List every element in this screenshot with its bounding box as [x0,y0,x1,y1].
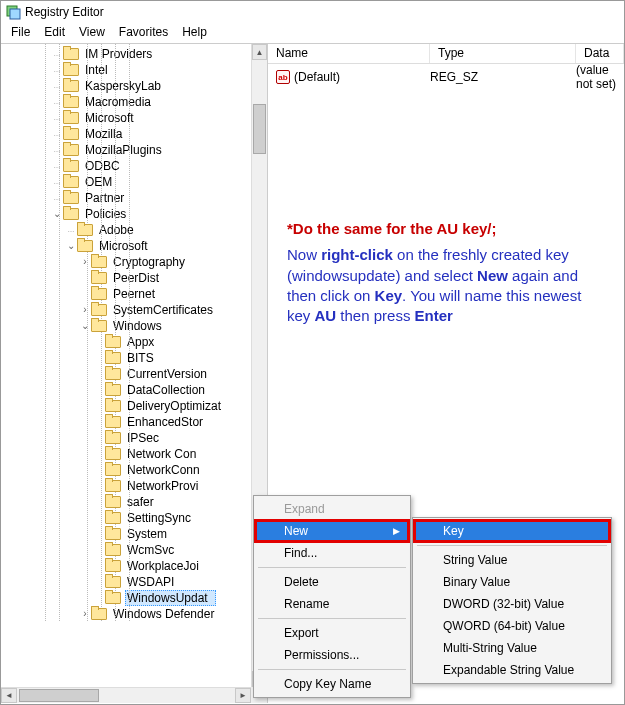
ctx-new-qword-64-bit-value[interactable]: QWORD (64-bit) Value [415,615,609,637]
tree-item-label[interactable]: IPSec [125,430,161,446]
tree-item[interactable]: ·Network Con [1,446,251,462]
tree-item[interactable]: ⌄Microsoft [1,238,251,254]
tree-item[interactable]: …Partner [1,190,251,206]
tree-item-label[interactable]: System [125,526,169,542]
tree-item[interactable]: ·WcmSvc [1,542,251,558]
tree-item-label[interactable]: WorkplaceJoi [125,558,201,574]
tree-item[interactable]: …KasperskyLab [1,78,251,94]
tree-item[interactable]: …Microsoft [1,110,251,126]
ctx-copy-key-name[interactable]: Copy Key Name [256,673,408,695]
collapse-icon[interactable]: ⌄ [51,206,63,222]
tree-item[interactable]: ·CurrentVersion [1,366,251,382]
ctx-new-dword-32-bit-value[interactable]: DWORD (32-bit) Value [415,593,609,615]
tree-item[interactable]: ·PeerDist [1,270,251,286]
col-data[interactable]: Data [576,44,624,63]
tree-item[interactable]: ·BITS [1,350,251,366]
collapse-icon[interactable]: ⌄ [79,318,91,334]
menu-view[interactable]: View [73,24,111,40]
tree-horizontal-scrollbar[interactable]: ◄ ► [1,687,251,703]
tree-item-label[interactable]: NetworkProvi [125,478,200,494]
tree-item-label[interactable]: Mozilla [83,126,124,142]
tree-item[interactable]: …Intel [1,62,251,78]
expand-icon[interactable]: › [79,302,91,318]
registry-tree[interactable]: …IM Providers…Intel…KasperskyLab…Macrome… [1,44,251,622]
ctx-permissions[interactable]: Permissions... [256,644,408,666]
menu-edit[interactable]: Edit [38,24,71,40]
tree-item[interactable]: …Adobe [1,222,251,238]
tree-item[interactable]: …MozillaPlugins [1,142,251,158]
menu-help[interactable]: Help [176,24,213,40]
ctx-new-binary-value[interactable]: Binary Value [415,571,609,593]
ctx-find[interactable]: Find... [256,542,408,564]
tree-item-label[interactable]: Policies [83,206,128,222]
tree-item-label[interactable]: NetworkConn [125,462,202,478]
tree-item[interactable]: ·safer [1,494,251,510]
tree-item[interactable]: ·Peernet [1,286,251,302]
tree-item[interactable]: ·EnhancedStor [1,414,251,430]
tree-item-label[interactable]: Microsoft [97,238,150,254]
tree-item-label[interactable]: Microsoft [83,110,136,126]
context-submenu-new[interactable]: KeyString ValueBinary ValueDWORD (32-bit… [412,517,612,684]
tree-item[interactable]: ⌄Windows [1,318,251,334]
collapse-icon[interactable]: ⌄ [65,238,77,254]
tree-item-label[interactable]: MozillaPlugins [83,142,164,158]
menu-favorites[interactable]: Favorites [113,24,174,40]
context-menu[interactable]: ExpandNew▶Find...DeleteRenameExportPermi… [253,495,411,698]
tree-item[interactable]: ›Cryptography [1,254,251,270]
tree-item[interactable]: ›SystemCertificates [1,302,251,318]
tree-item-label[interactable]: WindowsUpdat [125,590,216,606]
value-row[interactable]: ab(Default)REG_SZ(value not set) [268,68,624,86]
tree-item-label[interactable]: Partner [83,190,126,206]
tree-item-label[interactable]: DataCollection [125,382,207,398]
tree-item-label[interactable]: DeliveryOptimizat [125,398,223,414]
ctx-rename[interactable]: Rename [256,593,408,615]
ctx-new-expandable-string-value[interactable]: Expandable String Value [415,659,609,681]
tree-item-label[interactable]: Peernet [111,286,157,302]
tree-item-label[interactable]: EnhancedStor [125,414,205,430]
tree-item[interactable]: ·System [1,526,251,542]
tree-item[interactable]: ·DeliveryOptimizat [1,398,251,414]
tree-item[interactable]: ·Appx [1,334,251,350]
ctx-delete[interactable]: Delete [256,571,408,593]
tree-item[interactable]: ·WSDAPI [1,574,251,590]
tree-item[interactable]: ›Windows Defender [1,606,251,622]
tree-item-label[interactable]: SystemCertificates [111,302,215,318]
tree-item[interactable]: ·DataCollection [1,382,251,398]
ctx-export[interactable]: Export [256,622,408,644]
tree-item-label[interactable]: CurrentVersion [125,366,209,382]
tree-item[interactable]: ·WindowsUpdat [1,590,251,606]
menu-file[interactable]: File [5,24,36,40]
values-list[interactable]: ab(Default)REG_SZ(value not set) [268,64,624,90]
tree-item[interactable]: …Mozilla [1,126,251,142]
tree-item[interactable]: ·NetworkProvi [1,478,251,494]
ctx-new-multi-string-value[interactable]: Multi-String Value [415,637,609,659]
tree-item-label[interactable]: WSDAPI [125,574,176,590]
tree-item-label[interactable]: Windows [111,318,164,334]
tree-item-label[interactable]: Macromedia [83,94,153,110]
tree-item[interactable]: ·WorkplaceJoi [1,558,251,574]
expand-icon[interactable]: › [79,254,91,270]
tree-item[interactable]: …ODBC [1,158,251,174]
tree-item-label[interactable]: SettingSync [125,510,193,526]
tree-item[interactable]: …Macromedia [1,94,251,110]
tree-item-label[interactable]: PeerDist [111,270,161,286]
col-type[interactable]: Type [430,44,576,63]
ctx-new[interactable]: New▶ [256,520,408,542]
ctx-new-string-value[interactable]: String Value [415,549,609,571]
tree-item-label[interactable]: WcmSvc [125,542,176,558]
values-header[interactable]: Name Type Data [268,44,624,64]
tree-item-label[interactable]: IM Providers [83,46,154,62]
tree-item[interactable]: ·IPSec [1,430,251,446]
expand-icon[interactable]: › [79,606,91,622]
tree-item[interactable]: ·NetworkConn [1,462,251,478]
tree-item-label[interactable]: Windows Defender [111,606,216,622]
ctx-new-key[interactable]: Key [415,520,609,542]
tree-item[interactable]: …OEM [1,174,251,190]
tree-item-label[interactable]: Cryptography [111,254,187,270]
tree-item[interactable]: ⌄Policies [1,206,251,222]
col-name[interactable]: Name [268,44,430,63]
tree-item[interactable]: ·SettingSync [1,510,251,526]
tree-item-label[interactable]: Network Con [125,446,198,462]
tree-item-label[interactable]: KasperskyLab [83,78,163,94]
tree-item[interactable]: …IM Providers [1,46,251,62]
